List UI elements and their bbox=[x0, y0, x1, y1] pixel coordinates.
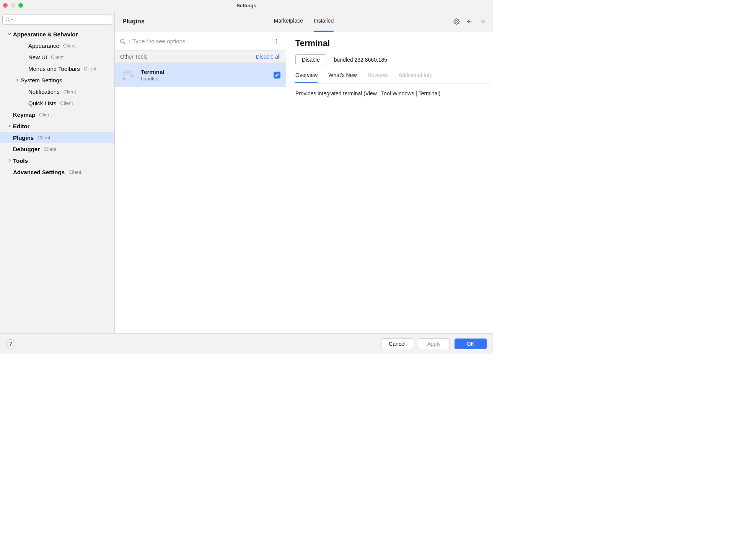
plugin-row-terminal[interactable]: Terminal bundled bbox=[115, 63, 286, 87]
detail-tab-what-s-new[interactable]: What's New bbox=[328, 72, 357, 83]
search-icon bbox=[119, 38, 125, 44]
sidebar-item-tools[interactable]: Tools bbox=[0, 155, 114, 166]
plugin-sub: bundled bbox=[141, 76, 268, 82]
help-button[interactable]: ? bbox=[6, 339, 15, 348]
client-badge: Client bbox=[68, 169, 81, 175]
svg-point-7 bbox=[276, 39, 277, 40]
plugin-enabled-checkbox[interactable] bbox=[274, 72, 280, 79]
main-title: Plugins bbox=[122, 18, 145, 25]
disable-all-link[interactable]: Disable all bbox=[256, 54, 280, 60]
sidebar-item-label: Editor bbox=[13, 123, 29, 129]
cancel-button[interactable]: Cancel bbox=[381, 339, 413, 349]
sidebar-item-label: Appearance bbox=[28, 43, 59, 49]
detail-tabs: OverviewWhat's NewReviewsAdditional Info bbox=[295, 72, 490, 83]
sidebar-item-label: Advanced Settings bbox=[13, 169, 65, 175]
tab-installed[interactable]: Installed bbox=[314, 11, 334, 32]
plugin-row-text: Terminal bundled bbox=[141, 69, 268, 82]
sidebar-item-new-ui[interactable]: ·New UIClient bbox=[0, 51, 114, 63]
svg-point-9 bbox=[276, 43, 277, 43]
sidebar-item-debugger[interactable]: ·DebuggerClient bbox=[0, 143, 114, 155]
sidebar-item-label: Appearance & Behavior bbox=[13, 31, 78, 38]
titlebar: Settings bbox=[0, 0, 493, 11]
nav-forward-icon[interactable] bbox=[479, 18, 486, 25]
search-options-caret-icon: ▾ bbox=[129, 39, 130, 43]
maximize-window-button[interactable] bbox=[18, 3, 23, 8]
svg-rect-10 bbox=[126, 70, 130, 74]
client-badge: Client bbox=[84, 66, 96, 72]
content: ▾ Other Tools Disable all bbox=[115, 32, 493, 333]
sidebar-item-keymap[interactable]: ·KeymapClient bbox=[0, 109, 114, 120]
sidebar-item-label: Debugger bbox=[13, 146, 40, 152]
sidebar-item-label: Notifications bbox=[28, 88, 60, 95]
sidebar-item-advanced-settings[interactable]: ·Advanced SettingsClient bbox=[0, 166, 114, 178]
sidebar-item-editor[interactable]: Editor bbox=[0, 120, 114, 132]
sidebar-item-quick-lists[interactable]: ·Quick ListsClient bbox=[0, 97, 114, 109]
kebab-menu-icon[interactable] bbox=[272, 37, 281, 46]
body: ▾ Appearance & Behavior·AppearanceClient… bbox=[0, 11, 493, 333]
detail-actions: Disable bundled 232.8660.185 bbox=[295, 54, 490, 65]
sidebar: ▾ Appearance & Behavior·AppearanceClient… bbox=[0, 11, 115, 333]
expand-arrow-icon bbox=[7, 32, 12, 36]
sidebar-item-label: Tools bbox=[13, 157, 28, 164]
sidebar-item-label: New UI bbox=[28, 54, 47, 61]
sidebar-item-label: Quick Lists bbox=[28, 100, 56, 106]
plugin-name: Terminal bbox=[141, 69, 268, 75]
detail-title: Terminal bbox=[295, 38, 490, 48]
expand-arrow-icon bbox=[15, 78, 20, 82]
detail-tab-additional-info: Additional Info bbox=[399, 72, 433, 83]
client-badge: Client bbox=[51, 54, 64, 60]
sidebar-item-plugins[interactable]: ·PluginsClient bbox=[0, 132, 114, 143]
plugin-search: ▾ bbox=[115, 32, 286, 51]
svg-point-5 bbox=[121, 39, 124, 43]
disable-button[interactable]: Disable bbox=[295, 54, 326, 65]
detail-tab-overview[interactable]: Overview bbox=[295, 72, 318, 83]
sidebar-search-input[interactable] bbox=[14, 16, 109, 23]
svg-point-2 bbox=[456, 20, 458, 22]
detail-version: bundled 232.8660.185 bbox=[334, 57, 387, 63]
detail-tab-reviews: Reviews bbox=[368, 72, 388, 83]
plugin-group-title: Other Tools bbox=[120, 54, 147, 60]
plugin-group-header: Other Tools Disable all bbox=[115, 51, 286, 63]
apply-button[interactable]: Apply bbox=[418, 339, 450, 349]
header-right bbox=[453, 18, 486, 25]
window-controls bbox=[3, 3, 23, 8]
svg-line-6 bbox=[124, 43, 125, 44]
sidebar-search-wrap: ▾ bbox=[0, 11, 114, 27]
footer: ? Cancel Apply OK bbox=[0, 333, 493, 354]
expand-arrow-icon bbox=[7, 159, 12, 162]
close-window-button[interactable] bbox=[3, 3, 8, 8]
plugin-detail: Terminal Disable bundled 232.8660.185 Ov… bbox=[286, 32, 493, 333]
sidebar-item-system-settings[interactable]: System Settings bbox=[0, 74, 114, 86]
sidebar-item-appearance-behavior[interactable]: Appearance & Behavior bbox=[0, 28, 114, 40]
settings-tree: Appearance & Behavior·AppearanceClient·N… bbox=[0, 27, 114, 333]
client-badge: Client bbox=[37, 135, 50, 141]
window-title: Settings bbox=[236, 3, 256, 8]
client-badge: Client bbox=[44, 146, 56, 152]
search-options-caret-icon: ▾ bbox=[11, 18, 13, 21]
tab-marketplace[interactable]: Marketplace bbox=[274, 11, 303, 32]
main-header: Plugins MarketplaceInstalled bbox=[115, 11, 493, 32]
sidebar-item-appearance[interactable]: ·AppearanceClient bbox=[0, 40, 114, 51]
minimize-window-button[interactable] bbox=[11, 3, 15, 8]
plugin-search-input[interactable] bbox=[132, 38, 272, 45]
plugin-list: ▾ Other Tools Disable all bbox=[115, 32, 286, 333]
client-badge: Client bbox=[39, 112, 52, 118]
client-badge: Client bbox=[64, 89, 76, 95]
sidebar-item-notifications[interactable]: ·NotificationsClient bbox=[0, 86, 114, 97]
sidebar-item-label: System Settings bbox=[21, 77, 62, 83]
ok-button[interactable]: OK bbox=[455, 339, 487, 349]
sidebar-search[interactable]: ▾ bbox=[2, 15, 112, 25]
svg-point-0 bbox=[6, 18, 9, 21]
nav-back-icon[interactable] bbox=[466, 18, 473, 25]
detail-description: Provides integrated terminal (View | Too… bbox=[295, 83, 490, 103]
expand-arrow-icon bbox=[7, 124, 12, 128]
svg-point-8 bbox=[276, 41, 277, 41]
sidebar-item-menus-and-toolbars[interactable]: ·Menus and ToolbarsClient bbox=[0, 63, 114, 74]
main-tabs: MarketplaceInstalled bbox=[274, 11, 334, 32]
gear-icon[interactable] bbox=[453, 18, 460, 25]
client-badge: Client bbox=[63, 43, 76, 49]
sidebar-item-label: Plugins bbox=[13, 134, 34, 141]
sidebar-item-label: Keymap bbox=[13, 111, 35, 118]
sidebar-item-label: Menus and Toolbars bbox=[28, 65, 80, 72]
settings-window: Settings ▾ Appearance & Behavior·Appeara… bbox=[0, 0, 493, 354]
